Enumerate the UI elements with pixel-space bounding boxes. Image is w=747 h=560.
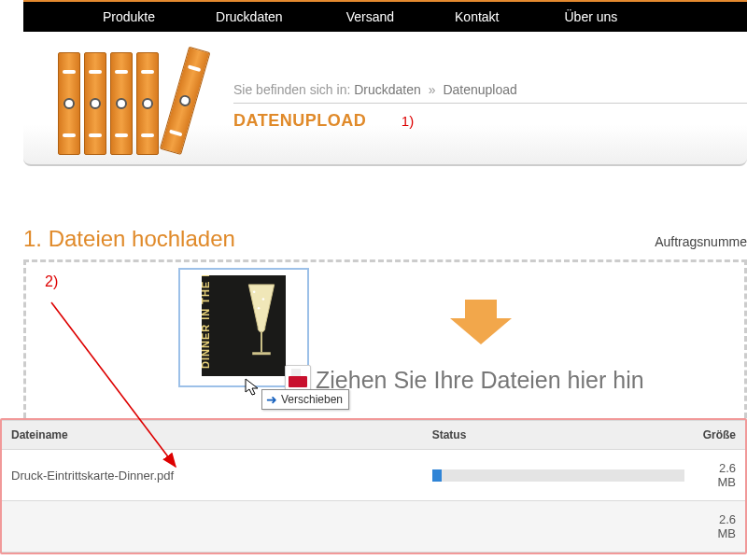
- svg-point-2: [253, 290, 256, 293]
- nav-ueber-uns[interactable]: Über uns: [546, 9, 637, 24]
- dragged-file-thumbnail[interactable]: DINNER IN THE DARK: [178, 268, 309, 387]
- svg-point-4: [258, 307, 261, 310]
- svg-point-3: [262, 298, 265, 301]
- order-number-label: Auftragsnumme: [655, 234, 747, 249]
- breadcrumb-separator: »: [429, 82, 436, 97]
- annotation-1: 1): [402, 113, 414, 129]
- col-header-name: Dateiname: [2, 421, 423, 450]
- svg-rect-0: [261, 332, 262, 353]
- page-title: DATENUPLOAD: [233, 111, 366, 130]
- top-nav: Produkte Druckdaten Versand Kontakt Über…: [23, 0, 747, 32]
- breadcrumb-prefix: Sie befinden sich in:: [233, 82, 350, 97]
- nav-versand[interactable]: Versand: [328, 9, 413, 24]
- uploads-panel: Dateiname Status Größe Druck-Eintrittska…: [0, 418, 747, 554]
- upload-progress-fill: [432, 469, 443, 482]
- dropzone-hint: Ziehen Sie Ihre Dateien hier hin: [316, 367, 644, 394]
- cell-filename: Druck-Eintrittskarte-Dinner.pdf: [2, 450, 423, 501]
- nav-kontakt[interactable]: Kontakt: [436, 9, 517, 24]
- table-row[interactable]: Druck-Eintrittskarte-Dinner.pdf 2.6 MB: [2, 450, 745, 501]
- col-header-size: Größe: [694, 421, 745, 450]
- champagne-glass-icon: [243, 281, 280, 363]
- drop-arrow-icon: [446, 296, 515, 346]
- cell-size: 2.6 MB: [694, 450, 745, 501]
- hero: Sie befinden sich in: Druckdaten » Daten…: [23, 32, 747, 166]
- nav-druckdaten[interactable]: Druckdaten: [197, 9, 302, 24]
- breadcrumb: Sie befinden sich in: Druckdaten » Daten…: [233, 82, 747, 97]
- annotation-2: 2): [45, 273, 58, 290]
- breadcrumb-datenupload[interactable]: Datenupload: [443, 82, 516, 97]
- total-size: 2.6 MB: [694, 501, 745, 553]
- file-dropzone[interactable]: 2) DINNER IN THE DARK ➜ Verschieben Zieh…: [23, 259, 747, 418]
- svg-rect-1: [252, 352, 271, 355]
- col-header-status: Status: [423, 421, 694, 450]
- nav-produkte[interactable]: Produkte: [84, 9, 174, 24]
- uploads-table: Dateiname Status Größe Druck-Eintrittska…: [2, 420, 745, 553]
- pdf-icon: [285, 365, 311, 391]
- move-arrow-icon: ➜: [266, 392, 277, 407]
- step-heading: 1. Dateien hochladen: [23, 226, 235, 252]
- upload-progress-bar: [432, 469, 684, 482]
- mouse-cursor-icon: [245, 378, 261, 399]
- thumbnail-sidetext: DINNER IN THE DARK: [202, 275, 211, 369]
- drag-tooltip-label: Verschieben: [281, 393, 343, 406]
- breadcrumb-druckdaten[interactable]: Druckdaten: [354, 82, 421, 97]
- table-total-row: 2.6 MB: [2, 501, 745, 553]
- binders-illustration: [47, 43, 233, 164]
- cell-status: [423, 450, 694, 501]
